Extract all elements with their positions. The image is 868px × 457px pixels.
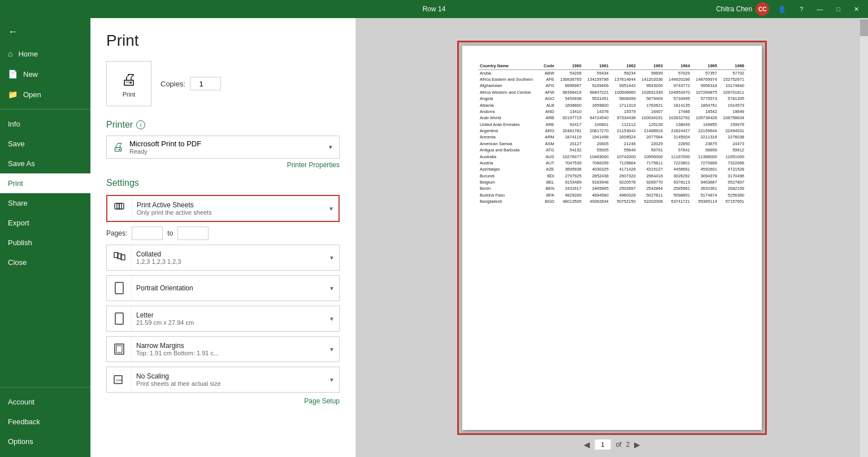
table-cell: 100801 xyxy=(583,121,610,128)
table-cell: 141202036 xyxy=(637,76,665,82)
sidebar-item-options[interactable]: Options xyxy=(0,432,90,451)
table-cell: AUT xyxy=(541,160,556,166)
scrollbar-right[interactable] xyxy=(860,18,868,457)
table-cell: 5531451 xyxy=(583,95,610,102)
printer-dropdown[interactable]: 🖨 Microsoft Print to PDF Ready ▼ xyxy=(106,136,340,159)
collated-setting[interactable]: Collated 1,2,3 1,2,3 1,2,3 ▼ xyxy=(106,245,340,271)
maximize-button[interactable]: □ xyxy=(832,5,845,14)
table-cell: 137614644 xyxy=(610,76,637,82)
info-icon[interactable]: i xyxy=(136,120,145,129)
table-row: Antigua and BarbudaATG541325500555849567… xyxy=(478,147,746,153)
print-sheets-setting[interactable]: Print Active Sheets Only print the activ… xyxy=(106,195,340,222)
table-cell: 4456691 xyxy=(665,166,692,172)
table-cell: 130836765 xyxy=(556,76,583,82)
sidebar-item-new-label: New xyxy=(23,70,38,79)
table-cell: BGD xyxy=(541,198,556,204)
pages-row: Pages: to xyxy=(106,227,340,240)
sidebar-item-info[interactable]: Info xyxy=(0,114,90,134)
table-cell: 21153042 xyxy=(610,128,637,134)
print-button[interactable]: 🖨 Print xyxy=(106,61,151,106)
open-icon: 📁 xyxy=(8,90,18,99)
table-row: ArgentinaARG2048178120817270211530422148… xyxy=(478,128,746,134)
sidebar-item-save[interactable]: Save xyxy=(0,134,90,154)
table-cell: 9220578 xyxy=(610,179,637,185)
orientation-setting[interactable]: Portrait Orientation ▼ xyxy=(106,275,340,301)
help-button[interactable]: ? xyxy=(795,5,808,14)
back-button[interactable]: ← xyxy=(0,20,90,43)
table-cell: Argentina xyxy=(478,128,541,134)
page-number-input[interactable] xyxy=(594,439,611,450)
printer-icon: 🖨 xyxy=(121,70,137,89)
table-cell: 10950000 xyxy=(637,153,665,159)
print-button-area: 🖨 Print Copies: xyxy=(106,61,340,106)
next-page-button[interactable]: ▶ xyxy=(634,440,640,449)
table-cell: 4721528 xyxy=(719,166,746,172)
table-cell: Austria xyxy=(478,160,541,166)
table-cell: Aruba xyxy=(478,69,541,76)
table-row: AngolaAGO5454938553145156084995679409573… xyxy=(478,95,746,102)
sidebar-item-new[interactable]: 📄 New xyxy=(0,64,90,84)
page-total: 2 xyxy=(626,441,630,449)
table-cell: 2585961 xyxy=(665,185,692,191)
close-button[interactable]: ✕ xyxy=(849,5,863,14)
scroll-thumb[interactable] xyxy=(860,19,868,36)
printer-properties-link[interactable]: Printer Properties xyxy=(106,161,340,169)
table-cell: 50752150 xyxy=(610,198,637,204)
table-cell: 11167000 xyxy=(665,153,692,159)
user-info: Chitra Chen CC xyxy=(716,2,769,16)
table-cell: 9378113 xyxy=(665,179,692,185)
table-cell: 5098891 xyxy=(665,192,692,198)
margins-setting[interactable]: Narrow Margins Top: 1.91 cm Bottom: 1.91… xyxy=(106,336,340,362)
page-setup-link[interactable]: Page Setup xyxy=(106,397,340,405)
sidebar-item-home-label: Home xyxy=(18,50,38,58)
print-sheets-text: Print Active Sheets Only print the activ… xyxy=(132,199,324,218)
paper-text: Letter 21.59 cm x 27.94 cm xyxy=(132,309,324,328)
table-cell: 54208 xyxy=(556,69,583,76)
table-cell: 1914573 xyxy=(719,102,746,108)
table-cell: BEN xyxy=(541,185,556,191)
table-cell: 100034191 xyxy=(637,115,665,121)
sidebar-item-close[interactable]: Close xyxy=(0,253,90,272)
sidebar-item-print[interactable]: Print xyxy=(0,173,90,193)
scaling-text: No Scaling Print sheets at their actual … xyxy=(132,370,324,389)
table-cell: American Samoa xyxy=(478,141,541,147)
table-cell: 4829289 xyxy=(556,192,583,198)
scaling-setting[interactable]: 100 No Scaling Print sheets at their act… xyxy=(106,367,340,393)
col-header-1961: 1961 xyxy=(583,63,610,70)
sidebar-item-open[interactable]: 📁 Open xyxy=(0,84,90,105)
sidebar-item-save-as[interactable]: Save As xyxy=(0,154,90,173)
table-cell: 24473 xyxy=(719,141,746,147)
table-cell: 19646 xyxy=(719,108,746,115)
paper-setting[interactable]: Letter 21.59 cm x 27.94 cm ▼ xyxy=(106,306,340,332)
sidebar-item-feedback[interactable]: Feedback xyxy=(0,412,90,432)
table-row: AustraliaAUS1027647710483000107420001095… xyxy=(478,153,746,159)
table-cell: 109701811 xyxy=(719,89,746,95)
pages-to-input[interactable] xyxy=(177,227,209,240)
titlebar: Row 14 Chitra Chen CC 👤 ? — □ ✕ xyxy=(0,0,868,18)
table-cell: 7322066 xyxy=(719,160,746,166)
review-icon[interactable]: 👤 xyxy=(774,5,791,14)
preview-table: Country Name Code 1960 1961 1962 1963 19… xyxy=(478,63,746,205)
minimize-button[interactable]: — xyxy=(812,5,827,14)
prev-page-button[interactable]: ◀ xyxy=(584,440,590,449)
table-cell: 5781305 xyxy=(719,95,746,102)
pages-from-input[interactable] xyxy=(132,227,163,240)
table-cell: 22494031 xyxy=(719,128,746,134)
sidebar-item-export[interactable]: Export xyxy=(0,213,90,233)
table-cell: 96396419 xyxy=(556,89,583,95)
table-cell: 92197715 xyxy=(556,115,583,121)
table-cell: 20481781 xyxy=(556,128,583,134)
sidebar-item-share[interactable]: Share xyxy=(0,193,90,213)
sidebar-item-publish[interactable]: Publish xyxy=(0,233,90,253)
table-cell: 57157651 xyxy=(719,198,746,204)
sidebar-item-home[interactable]: ⌂ Home xyxy=(0,43,90,64)
svg-rect-7 xyxy=(115,313,123,324)
table-cell: 8996967 xyxy=(556,82,583,89)
sidebar-item-account[interactable]: Account xyxy=(0,392,90,412)
table-cell: 22159644 xyxy=(692,128,719,134)
table-cell: 7047539 xyxy=(556,160,583,166)
copies-input[interactable] xyxy=(190,77,221,90)
sidebar-item-publish-label: Publish xyxy=(8,238,32,247)
table-row: AustriaAUT704753970862997129864717581172… xyxy=(478,160,746,166)
copies-area: Copies: xyxy=(160,77,221,90)
